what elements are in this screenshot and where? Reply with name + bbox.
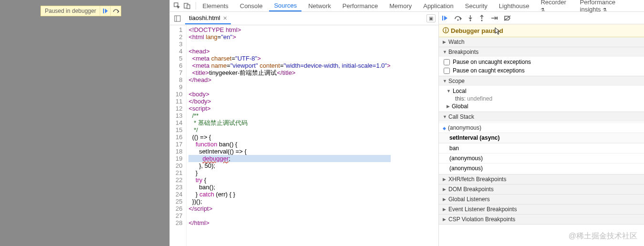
resume-button[interactable] (100, 6, 110, 16)
debugger-pane: ⓘ Debugger paused ▶Watch ▼Breakpoints Pa… (439, 12, 644, 246)
stack-frame[interactable]: (anonymous) (439, 163, 644, 173)
svg-rect-0 (103, 9, 104, 13)
svg-point-11 (481, 20, 483, 21)
tab-lighthouse[interactable]: Lighthouse (494, 1, 534, 11)
resume-icon[interactable] (442, 15, 448, 21)
debugger-paused-message: ⓘ Debugger paused (439, 24, 644, 37)
inspect-element-icon[interactable] (173, 1, 181, 10)
divider (193, 2, 196, 10)
file-tab-label: tiaoshi.html (189, 14, 220, 21)
scope-global[interactable]: ▶Global (439, 102, 644, 111)
xhr-breakpoints-section: ▶XHR/fetch Breakpoints (439, 174, 644, 184)
line-gutter: 1234567891011121314151617181920212223242… (170, 25, 187, 246)
event-listener-breakpoints-section: ▶Event Listener Breakpoints (439, 205, 644, 215)
call-stack-header[interactable]: ▼Call Stack (439, 112, 644, 122)
svg-rect-4 (175, 16, 180, 21)
file-tab-bar: tiaoshi.html × ▣ (170, 12, 438, 25)
watch-section: ▶Watch (439, 37, 644, 47)
tab-application[interactable]: Application (418, 1, 458, 11)
more-tabs-button[interactable]: ▣ (426, 14, 436, 22)
watch-header[interactable]: ▶Watch (439, 37, 644, 47)
devtools-panel: Elements Console Sources Network Perform… (169, 0, 644, 246)
code-editor[interactable]: 1234567891011121314151617181920212223242… (170, 25, 438, 246)
paused-in-debugger-badge: Paused in debugger (41, 6, 121, 16)
stack-frame[interactable]: (anonymous) (439, 153, 644, 163)
stack-async-boundary: setInterval (async) (439, 133, 644, 143)
paused-badge-text: Paused in debugger (41, 7, 100, 15)
deactivate-breakpoints-icon[interactable] (504, 15, 511, 21)
tab-sources[interactable]: Sources (269, 0, 301, 11)
step-into-icon[interactable] (467, 15, 473, 21)
svg-point-9 (470, 20, 471, 21)
svg-rect-6 (442, 16, 443, 20)
breakpoints-header[interactable]: ▼Breakpoints (439, 47, 644, 57)
pause-caught-checkbox[interactable]: Pause on caught exceptions (439, 66, 644, 75)
tab-network[interactable]: Network (303, 1, 336, 11)
tab-console[interactable]: Console (235, 1, 268, 11)
scope-this: this: undefined (439, 95, 644, 102)
close-icon[interactable]: × (223, 14, 227, 22)
step-over-button[interactable] (110, 6, 121, 16)
svg-rect-3 (187, 5, 190, 9)
svg-rect-13 (497, 17, 498, 20)
csp-breakpoints-section: ▶CSP Violation Breakpoints (439, 215, 644, 225)
info-icon: ⓘ (443, 26, 449, 35)
dom-breakpoints-section: ▶DOM Breakpoints (439, 184, 644, 195)
navigator-toggle-icon[interactable] (173, 14, 182, 23)
call-stack-section: ▼Call Stack (anonymous) setInterval (asy… (439, 112, 644, 174)
tab-elements[interactable]: Elements (198, 1, 233, 11)
stack-frame-current[interactable]: (anonymous) (439, 123, 644, 133)
global-listeners-section: ▶Global Listeners (439, 195, 644, 205)
tab-memory[interactable]: Memory (384, 1, 416, 11)
pause-uncaught-checkbox[interactable]: Pause on uncaught exceptions (439, 58, 644, 66)
step-out-icon[interactable] (479, 15, 485, 21)
devtools-tab-bar: Elements Console Sources Network Perform… (170, 0, 644, 12)
tab-performance[interactable]: Performance (338, 1, 383, 11)
code-content[interactable]: <!DOCTYPE html><html lang="en"> <head> <… (187, 25, 390, 246)
breakpoints-section: ▼Breakpoints Pause on uncaught exception… (439, 47, 644, 76)
step-over-icon[interactable] (454, 15, 462, 21)
scope-section: ▼Scope ▼Local this: undefined ▶Global (439, 76, 644, 112)
tab-security[interactable]: Security (460, 1, 492, 11)
scope-local[interactable]: ▼Local (439, 87, 644, 95)
debugger-toolbar (439, 12, 644, 24)
svg-point-7 (457, 19, 459, 20)
cursor-icon (494, 27, 501, 35)
file-tab-tiaoshi[interactable]: tiaoshi.html × (185, 13, 231, 24)
stack-frame[interactable]: ban (439, 143, 644, 153)
watermark: @稀土掘金技术社区 (569, 231, 637, 241)
scope-header[interactable]: ▼Scope (439, 76, 644, 86)
step-icon[interactable] (490, 15, 498, 21)
sources-editor-pane: tiaoshi.html × ▣ 12345678910111213141516… (170, 12, 439, 246)
device-toolbar-icon[interactable] (183, 1, 192, 10)
